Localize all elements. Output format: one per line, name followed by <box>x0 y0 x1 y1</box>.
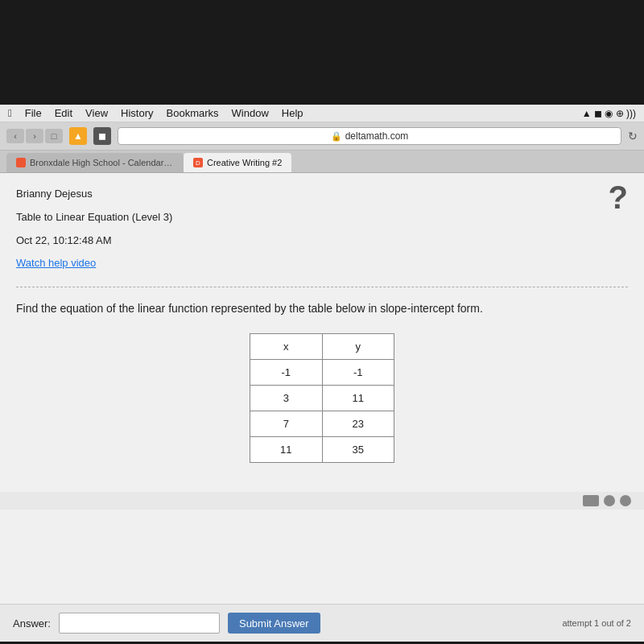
tab-2[interactable]: D Creative Writing #2 <box>184 153 291 172</box>
student-info-block: Brianny Dejesus Table to Linear Equation… <box>16 186 172 255</box>
tab-overview-button[interactable]: □ <box>45 129 63 143</box>
table-cell-1-0: 3 <box>250 386 323 411</box>
answer-input[interactable] <box>59 613 220 634</box>
lock-icon: 🔒 <box>331 131 342 142</box>
datetime: Oct 22, 10:12:48 AM <box>16 233 172 250</box>
data-table: x y -1-13117231135 <box>250 333 394 463</box>
col-header-y: y <box>322 334 394 360</box>
table-row: 723 <box>250 411 394 437</box>
menu-bookmarks[interactable]: Bookmarks <box>167 107 219 119</box>
menu-help[interactable]: Help <box>282 107 303 119</box>
back-button[interactable]: ‹ <box>6 129 24 143</box>
section-divider <box>16 287 628 287</box>
table-container: x y -1-13117231135 <box>16 333 628 463</box>
menu-window[interactable]: Window <box>232 107 269 119</box>
col-header-x: x <box>250 334 323 360</box>
address-bar[interactable]: 🔒 deltamath.com <box>118 127 621 145</box>
menu-history[interactable]: History <box>121 107 153 119</box>
student-name: Brianny Dejesus <box>16 186 172 203</box>
nav-buttons: ‹ › □ <box>6 129 63 143</box>
menu-edit[interactable]: Edit <box>55 107 72 119</box>
table-cell-3-0: 11 <box>250 437 323 463</box>
help-question-icon[interactable]: ? <box>609 180 628 216</box>
main-content: Brianny Dejesus Table to Linear Equation… <box>0 173 644 492</box>
extension-icon-shield[interactable]: ◼ <box>93 127 111 145</box>
answer-bar: Answer: Submit Answer attempt 1 out of 2 <box>0 604 644 642</box>
system-icons: ▲ ◼ ◉ ⊕ ))) <box>582 108 636 119</box>
watch-help-video-link[interactable]: Watch help video <box>16 257 96 269</box>
keyboard-icon[interactable] <box>583 495 599 506</box>
redo-icon[interactable] <box>620 495 631 506</box>
table-row: -1-1 <box>250 360 394 386</box>
answer-label: Answer: <box>13 617 51 630</box>
main-area: Brianny Dejesus Table to Linear Equation… <box>0 173 644 642</box>
table-cell-1-1: 11 <box>322 386 394 411</box>
address-text: deltamath.com <box>345 130 409 142</box>
tab-label-1: Bronxdale High School - Calendar - Thurs… <box>30 158 174 167</box>
tab-favicon-1 <box>16 158 26 167</box>
table-cell-2-0: 7 <box>250 411 323 437</box>
tab-favicon-2: D <box>193 158 203 167</box>
table-cell-2-1: 23 <box>322 411 394 437</box>
table-row: 1135 <box>250 437 394 463</box>
extension-icon-orange[interactable]: ▲ <box>69 127 87 145</box>
tab-strip: Bronxdale High School - Calendar - Thurs… <box>0 151 644 173</box>
menu-file[interactable]: File <box>25 107 42 119</box>
assignment-name: Table to Linear Equation (Level 3) <box>16 209 172 226</box>
browser-toolbar: ‹ › □ ▲ ◼ 🔒 deltamath.com ↻ <box>0 122 644 151</box>
problem-statement: Find the equation of the linear function… <box>16 300 628 317</box>
top-dark-area <box>0 0 644 105</box>
attempt-text: attempt 1 out of 2 <box>562 618 631 628</box>
table-cell-3-1: 35 <box>322 437 394 463</box>
menu-apple[interactable]:  <box>8 107 12 119</box>
table-row: 311 <box>250 386 394 411</box>
forward-button[interactable]: › <box>26 129 43 143</box>
submit-button[interactable]: Submit Answer <box>228 613 320 634</box>
table-cell-0-0: -1 <box>250 360 323 386</box>
menu-view[interactable]: View <box>85 107 108 119</box>
undo-icon[interactable] <box>604 495 615 506</box>
menu-bar:  File Edit View History Bookmarks Windo… <box>0 105 644 122</box>
header-section: Brianny Dejesus Table to Linear Equation… <box>16 186 628 255</box>
table-cell-0-1: -1 <box>322 360 394 386</box>
table-header-row: x y <box>250 334 394 360</box>
tab-label-2: Creative Writing #2 <box>207 158 282 167</box>
reload-button[interactable]: ↻ <box>628 130 638 142</box>
tab-1[interactable]: Bronxdale High School - Calendar - Thurs… <box>6 153 184 172</box>
answer-toolbar <box>0 492 644 510</box>
